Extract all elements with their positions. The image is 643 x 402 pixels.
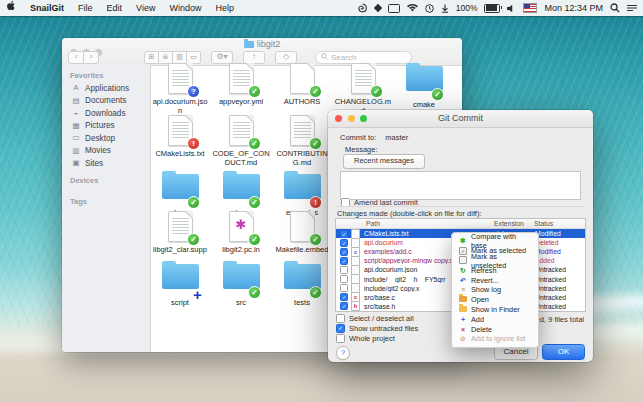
app-menu-snailgit[interactable]: SnailGit	[23, 0, 71, 16]
back-button[interactable]: ‹	[68, 51, 84, 64]
row-checkbox[interactable]: ✓	[340, 230, 348, 238]
time-machine-icon[interactable]	[425, 4, 434, 13]
gear-icon: ⚙	[216, 52, 223, 61]
menu-item-add[interactable]: +Add	[452, 314, 538, 324]
add-icon: +	[459, 315, 467, 324]
recent-messages-button[interactable]: Recent messages	[343, 154, 425, 169]
file-tile[interactable]: ✓CHANGELOG.md	[332, 62, 394, 115]
sidebar-item-downloads[interactable]: ◒Downloads	[62, 107, 150, 120]
flower-image-icon: ✱	[230, 218, 253, 232]
display-icon[interactable]	[388, 4, 400, 13]
sidebar-item-pictures[interactable]: ▦Pictures	[62, 120, 150, 133]
file-icon: h	[351, 301, 360, 311]
file-tile[interactable]: ✓AUTHORS	[271, 62, 333, 106]
file-tile[interactable]: !CMakeLists.txt	[149, 114, 211, 158]
screen: SnailGit File Edit View Window Help 100%…	[0, 0, 643, 402]
battery-percent-label: 100%	[456, 3, 478, 13]
row-checkbox[interactable]	[340, 266, 348, 274]
file-tile[interactable]: ✓CONTRIBUTING.md	[271, 114, 333, 167]
file-tile[interactable]: ✓Makefile.embed	[271, 210, 333, 254]
menu-view[interactable]: View	[129, 0, 162, 16]
sidebar-item-movies[interactable]: ▥Movies	[62, 145, 150, 158]
wifi-icon[interactable]	[407, 4, 418, 12]
check-badge-icon: ✓	[248, 196, 261, 209]
question-badge-icon: ?	[187, 85, 200, 98]
applications-icon: A	[71, 83, 81, 93]
menu-item-add-to-ignore-list[interactable]: ⊘Add to ignore list	[452, 334, 538, 344]
whole-project-checkbox[interactable]	[336, 334, 345, 343]
row-checkbox[interactable]: ✓	[340, 248, 348, 256]
menu-item-show-in-finder[interactable]: Show in Finder	[452, 305, 538, 315]
show-untracked-checkbox[interactable]: ✓	[336, 324, 345, 333]
row-status: Modified	[535, 230, 583, 237]
sidebar-item-documents[interactable]: ▤Documents	[62, 95, 150, 108]
file-tile[interactable]: ✓appveyor.yml	[210, 62, 272, 106]
notification-center-icon[interactable]	[627, 4, 637, 13]
row-status: Modified	[535, 248, 583, 255]
download-arrow-icon[interactable]	[441, 4, 449, 13]
sidebar-item-desktop[interactable]: ▭Desktop	[62, 132, 150, 145]
file-tile[interactable]: ✓libgit2_clar.supp	[149, 210, 211, 254]
row-checkbox[interactable]: ✓	[340, 302, 348, 310]
file-label: libgit2_clar.supp	[149, 245, 211, 254]
file-tile[interactable]: ?api.docurium.json	[149, 62, 211, 115]
file-tile[interactable]: ✱✓libgit2.pc.in	[210, 210, 272, 254]
menu-bar-clock[interactable]: Mon 12:34 PM	[544, 3, 603, 13]
file-tile[interactable]: ✓src	[210, 260, 272, 307]
snail-icon[interactable]	[357, 3, 368, 13]
sidebar-item-sites[interactable]: ▣Sites	[62, 157, 150, 170]
menu-bar-status-items: 100% Mon 12:34 PM	[357, 3, 643, 13]
menu-window[interactable]: Window	[162, 0, 208, 16]
menu-file[interactable]: File	[71, 0, 100, 16]
row-checkbox[interactable]: ✓	[340, 293, 348, 301]
file-tile[interactable]: ✓cmake	[393, 62, 455, 109]
file-label: appveyor.yml	[210, 97, 272, 106]
chevron-down-icon: ▾	[224, 52, 228, 61]
file-tile[interactable]: ✓tests	[271, 260, 333, 307]
row-status: Added	[535, 257, 583, 264]
plus-badge-icon: +	[192, 290, 203, 301]
row-status: Untracked	[535, 266, 583, 273]
file-label: tests	[271, 298, 333, 307]
file-tile[interactable]: +script	[149, 260, 211, 307]
file-tile[interactable]: ✓CODE_OF_CONDUCT.md	[210, 114, 272, 167]
check-badge-icon: ✓	[309, 233, 322, 246]
diamond-icon[interactable]	[373, 4, 381, 12]
row-checkbox[interactable]: ✓	[340, 239, 348, 247]
row-status: Untracked	[535, 303, 583, 310]
spotlight-icon[interactable]	[610, 3, 620, 13]
changes-label: Changes made (double-click on file for d…	[337, 209, 482, 218]
ok-button[interactable]: OK	[542, 344, 585, 360]
menu-edit[interactable]: Edit	[100, 0, 130, 16]
check-badge-icon: ✓	[187, 196, 200, 209]
row-checkbox[interactable]: ✓	[340, 257, 348, 265]
column-path[interactable]: Path	[366, 220, 380, 227]
sidebar-item-applications[interactable]: AApplications	[62, 82, 150, 95]
menu-item-open[interactable]: Open	[452, 295, 538, 305]
menu-bar: SnailGit File Edit View Window Help 100%…	[0, 0, 643, 16]
open-icon	[459, 295, 467, 304]
volume-icon[interactable]	[507, 4, 516, 13]
help-button[interactable]: ?	[336, 346, 350, 360]
menu-item-delete[interactable]: ×Delete	[452, 324, 538, 334]
column-status[interactable]: Status	[534, 220, 553, 227]
apple-icon[interactable]	[0, 0, 23, 16]
context-menu: ✱Compare with base ✓Mark as selected Mar…	[451, 232, 539, 348]
select-all-checkbox[interactable]	[336, 314, 345, 323]
table-header[interactable]: Path Extension Status	[336, 219, 585, 229]
menu-item-show-log[interactable]: ≡Show log	[452, 285, 538, 295]
input-flag-icon[interactable]	[523, 3, 537, 13]
menu-item-mark-as-unselected[interactable]: Mark as unselected	[452, 256, 538, 266]
forward-button[interactable]: ›	[84, 51, 99, 64]
row-checkbox[interactable]	[340, 284, 348, 292]
battery-icon[interactable]	[484, 4, 500, 13]
column-extension[interactable]: Extension	[494, 220, 524, 227]
desktop-icon: ▭	[71, 133, 81, 143]
search-placeholder: Search	[331, 53, 356, 62]
menu-item-compare-with-base[interactable]: ✱Compare with base	[452, 236, 538, 246]
menu-item-revert[interactable]: ↶Revert...	[452, 275, 538, 285]
menu-help[interactable]: Help	[208, 0, 241, 16]
commit-message-textarea[interactable]	[340, 171, 581, 200]
message-label: Message:	[345, 145, 378, 154]
row-checkbox[interactable]	[340, 275, 348, 283]
